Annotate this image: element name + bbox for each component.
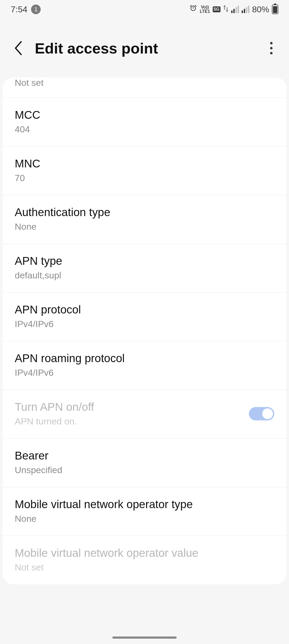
5g-icon: 5G [213, 6, 220, 12]
home-indicator[interactable] [112, 637, 177, 639]
setting-item-mnc[interactable]: MNC 70 [3, 147, 286, 195]
setting-item-apn-roaming-protocol[interactable]: APN roaming protocol IPv4/IPv6 [3, 341, 286, 390]
item-value: None [15, 221, 110, 232]
svg-point-2 [270, 52, 272, 54]
page-title: Edit access point [35, 40, 256, 57]
settings-list: Not set MCC 404 MNC 70 Authentication ty… [3, 78, 286, 584]
item-label: MNC [15, 157, 40, 170]
status-right: Vo)) LTE1 5G 80% [189, 4, 278, 14]
setting-item-mvno-type[interactable]: Mobile virtual network operator type Non… [3, 487, 286, 536]
item-value: default,supl [15, 270, 62, 281]
item-value: None [15, 513, 193, 524]
alarm-icon [189, 4, 197, 14]
setting-item-mvno-value: Mobile virtual network operator value No… [3, 536, 286, 584]
more-options-button[interactable] [267, 39, 276, 57]
item-label: Authentication type [15, 206, 110, 219]
status-bar: 7:54 1 Vo)) LTE1 5G 80% [0, 0, 289, 19]
item-value: 404 [15, 124, 40, 135]
item-label: Mobile virtual network operator type [15, 498, 193, 511]
item-label: APN roaming protocol [15, 352, 125, 365]
item-value: IPv4/IPv6 [15, 319, 81, 329]
item-value: Not set [15, 562, 198, 573]
item-value: 70 [15, 173, 40, 183]
chevron-left-icon [13, 40, 24, 56]
item-label: Mobile virtual network operator value [15, 547, 198, 559]
more-vert-icon [270, 42, 273, 55]
svg-point-1 [270, 47, 272, 49]
setting-item-apn-type[interactable]: APN type default,supl [3, 244, 286, 293]
item-value: Unspecified [15, 465, 62, 475]
svg-point-0 [270, 42, 272, 44]
clock: 7:54 [11, 5, 27, 14]
item-label: Turn APN on/off [15, 401, 94, 413]
setting-item-mcc[interactable]: MCC 404 [3, 98, 286, 147]
setting-item-apn-protocol[interactable]: APN protocol IPv4/IPv6 [3, 293, 286, 341]
back-button[interactable] [13, 40, 24, 56]
data-arrows-icon [223, 5, 229, 14]
apn-toggle-switch [249, 407, 274, 420]
item-label: APN protocol [15, 303, 81, 316]
item-label: APN type [15, 255, 62, 267]
item-value: Not set [15, 78, 274, 88]
signal-2-icon [242, 6, 249, 13]
toggle-knob [262, 408, 273, 419]
setting-item-apn-toggle: Turn APN on/off APN turned on. [3, 390, 286, 439]
setting-item-bearer[interactable]: Bearer Unspecified [3, 439, 286, 487]
item-label: MCC [15, 109, 40, 121]
setting-item-previous[interactable]: Not set [3, 78, 286, 98]
battery-icon [272, 5, 278, 14]
app-header: Edit access point [0, 19, 289, 78]
status-left: 7:54 1 [11, 5, 41, 14]
item-label: Bearer [15, 449, 62, 462]
battery-percent: 80% [252, 5, 269, 14]
item-value: APN turned on. [15, 416, 94, 427]
notification-badge: 1 [31, 5, 41, 14]
volte-icon: Vo)) [201, 5, 209, 9]
lte-icon: LTE1 [200, 9, 210, 14]
item-value: IPv4/IPv6 [15, 367, 125, 378]
setting-item-auth-type[interactable]: Authentication type None [3, 195, 286, 244]
signal-1-icon [231, 6, 239, 13]
